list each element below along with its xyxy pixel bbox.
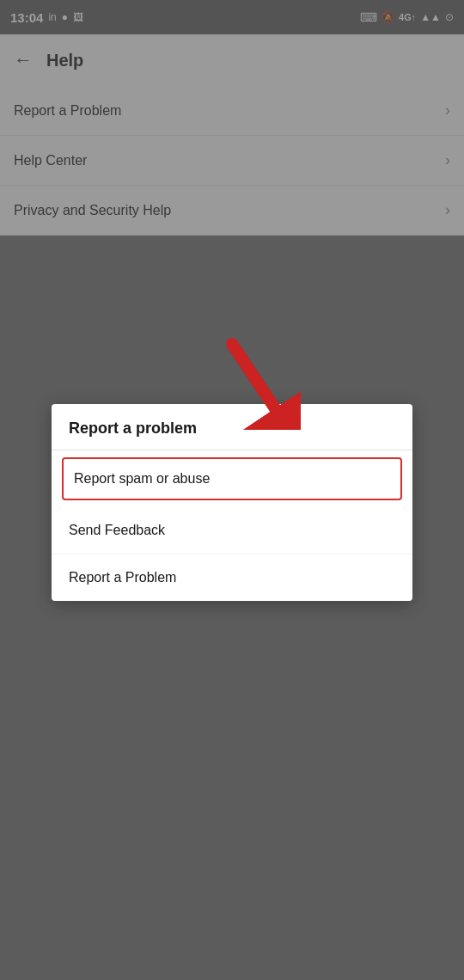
dropdown-item-report-problem[interactable]: Report a Problem bbox=[52, 554, 412, 601]
dropdown-item-send-feedback[interactable]: Send Feedback bbox=[52, 507, 412, 554]
svg-line-1 bbox=[232, 344, 275, 408]
dropdown-item-report-spam[interactable]: Report spam or abuse bbox=[62, 457, 402, 500]
red-arrow-annotation bbox=[215, 335, 301, 430]
dropdown-popup: Report a problem Report spam or abuse Se… bbox=[52, 404, 412, 601]
